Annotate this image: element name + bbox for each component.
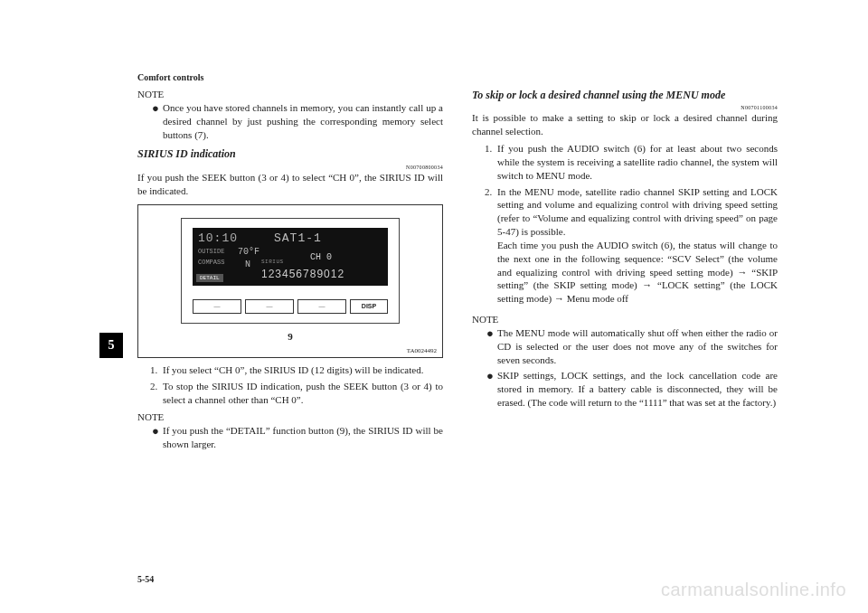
manual-page: Comfort controls NOTE ● Once you have st…	[0, 0, 868, 613]
ordered-list: 1. If you push the AUDIO switch (6) for …	[472, 142, 778, 306]
channel-display: CH 0	[301, 250, 341, 265]
device-button-2: —	[245, 299, 294, 314]
list-item-text: If you select “CH 0”, the SIRIUS ID (12 …	[163, 363, 443, 377]
compass-label: COMPASS	[198, 259, 224, 267]
note-label: NOTE	[472, 313, 778, 326]
device-button-3: —	[297, 299, 346, 314]
section-title-skip: To skip or lock a desired channel using …	[472, 88, 778, 102]
device-button-1: —	[193, 299, 241, 314]
page-number: 5-54	[137, 574, 154, 584]
note-label: NOTE	[137, 88, 443, 101]
device-frame: 10:10 SAT1-1 OUTSIDE 70°F COMPASS N SIRI…	[181, 218, 400, 324]
skip-intro-paragraph: It is possible to make a setting to skip…	[472, 111, 778, 138]
left-column: NOTE ● Once you have stored channels in …	[137, 88, 443, 577]
bullet-icon: ●	[152, 425, 163, 437]
note-label: NOTE	[137, 410, 443, 424]
note-bullet-text: The MENU mode will automatically shut of…	[497, 326, 778, 367]
device-button-row: — — — DISP	[193, 299, 388, 314]
list-number: 1.	[150, 363, 163, 377]
compass-direction: N	[245, 259, 250, 270]
note-bullet-block: ● The MENU mode will automatically shut …	[472, 326, 778, 410]
figure-callout-number: 9	[138, 330, 442, 344]
list-item-text: If you push the AUDIO switch (6) for at …	[497, 142, 778, 183]
note-bullet-text: SKIP settings, LOCK settings, and the lo…	[497, 369, 778, 410]
device-disp-button: DISP	[350, 299, 388, 314]
note-bullet-text: Once you have stored channels in memory,…	[163, 101, 443, 142]
note-bullet-block: ● Once you have stored channels in memor…	[137, 101, 443, 142]
outside-label: OUTSIDE	[198, 248, 224, 256]
figure-code: TA0024492	[407, 347, 437, 355]
section-title-sirius: SIRIUS ID indication	[137, 146, 443, 161]
list-number: 1.	[485, 142, 497, 183]
chapter-tab: 5	[99, 333, 123, 358]
figure-device-illustration: 10:10 SAT1-1 OUTSIDE 70°F COMPASS N SIRI…	[137, 204, 443, 358]
list-item-span-b: Each time you push the AUDIO switch (6),…	[497, 240, 778, 304]
note-bullet-block: ● If you push the “DETAIL” function butt…	[137, 424, 443, 451]
bullet-icon: ●	[486, 327, 497, 339]
detail-softkey-label: DETAIL	[196, 274, 223, 283]
list-number: 2.	[485, 185, 497, 306]
device-screen: 10:10 SAT1-1 OUTSIDE 70°F COMPASS N SIRI…	[193, 228, 388, 286]
list-item-text: To stop the SIRIUS ID indication, push t…	[163, 380, 443, 407]
doc-code: N00700800034	[137, 164, 443, 171]
list-item-span-a: In the MENU mode, satellite radio channe…	[497, 186, 778, 238]
list-number: 2.	[150, 380, 163, 407]
watermark: carmanualsonline.info	[661, 580, 846, 600]
doc-code: N00701100034	[472, 104, 778, 111]
bullet-icon: ●	[152, 102, 163, 114]
sirius-paragraph: If you push the SEEK button (3 or 4) to …	[137, 171, 443, 198]
temp-display: 70°F	[238, 246, 259, 258]
list-item-text: In the MENU mode, satellite radio channe…	[497, 185, 778, 306]
running-head: Comfort controls	[137, 72, 778, 82]
bullet-icon: ●	[486, 370, 497, 382]
sirius-small-label: SIRIUS	[261, 259, 284, 266]
ordered-list: 1. If you select “CH 0”, the SIRIUS ID (…	[137, 363, 443, 407]
sat-label: SAT1-1	[274, 231, 322, 247]
sirius-id-digits: 123456789012	[261, 268, 344, 282]
two-column-body: NOTE ● Once you have stored channels in …	[137, 88, 778, 577]
right-column: To skip or lock a desired channel using …	[472, 88, 778, 577]
note-bullet-text: If you push the “DETAIL” function button…	[163, 424, 443, 451]
